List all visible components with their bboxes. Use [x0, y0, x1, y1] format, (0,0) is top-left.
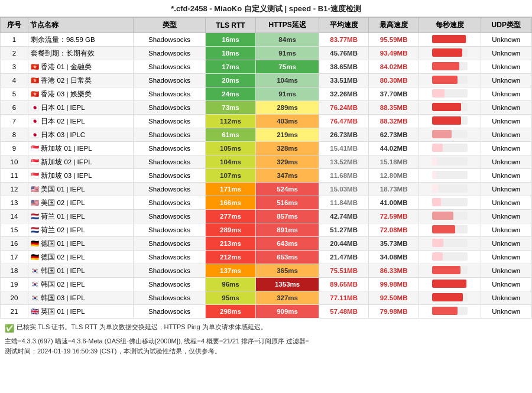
cell-udp: Unknown	[481, 101, 531, 115]
cell-tls: 213ms	[205, 237, 255, 251]
cell-id: 3	[1, 60, 28, 74]
flag-icon: 🇯🇵	[31, 118, 39, 125]
cell-avg-speed: 77.11MB	[319, 291, 368, 305]
cell-avg-speed: 15.03MB	[319, 183, 368, 196]
bar-fill	[432, 266, 460, 274]
cell-type: Shadowsocks	[134, 183, 205, 196]
cell-speed-bar	[419, 305, 481, 319]
cell-tls: 112ms	[205, 115, 255, 128]
cell-https: 365ms	[256, 264, 319, 278]
cell-max-speed: 34.08MB	[369, 251, 419, 264]
cell-node-name: 🇰🇷 韩国 01 | IEPL	[28, 264, 134, 278]
table-row: 12 🇺🇸 美国 01 | IEPL Shadowsocks 171ms 524…	[1, 183, 532, 196]
cell-speed-bar	[419, 223, 481, 237]
cell-type: Shadowsocks	[134, 33, 205, 47]
cell-speed-bar	[419, 60, 481, 74]
bar-container	[432, 252, 468, 261]
cell-udp: Unknown	[481, 196, 531, 210]
footer-time: 测试时间：2024-01-19 16:50:39 (CST)，本测试为试验性结果…	[5, 346, 527, 357]
cell-udp: Unknown	[481, 291, 531, 305]
flag-icon: 🇩🇪	[31, 254, 39, 261]
cell-speed-bar	[419, 101, 481, 115]
cell-udp: Unknown	[481, 155, 531, 169]
col-bar: 每秒速度	[419, 18, 481, 33]
title-text: *.cfd-2458 - MiaoKo 自定义测试 | speed - B1-速…	[171, 4, 361, 13]
bar-fill	[432, 62, 460, 70]
cell-tls: 18ms	[205, 47, 255, 60]
flag-icon: 🇯🇵	[31, 131, 39, 138]
cell-tls: 20ms	[205, 74, 255, 87]
cell-id: 16	[1, 237, 28, 251]
cell-speed-bar	[419, 142, 481, 155]
table-row: 17 🇩🇪 德国 02 | IEPL Shadowsocks 212ms 653…	[1, 251, 532, 264]
flag-icon: 🇳🇱	[31, 226, 39, 233]
cell-https: 91ms	[256, 87, 319, 101]
bar-fill	[432, 130, 452, 138]
cell-id: 2	[1, 47, 28, 60]
cell-speed-bar	[419, 169, 481, 183]
table-body: 1 剩余流量：98.59 GB Shadowsocks 16ms 84ms 83…	[1, 33, 532, 319]
bar-container	[432, 171, 468, 179]
cell-max-speed: 72.08MB	[369, 223, 419, 237]
table-row: 1 剩余流量：98.59 GB Shadowsocks 16ms 84ms 83…	[1, 33, 532, 47]
cell-max-speed: 37.70MB	[369, 87, 419, 101]
bar-container	[432, 116, 468, 125]
cell-max-speed: 86.33MB	[369, 264, 419, 278]
cell-avg-speed: 32.26MB	[319, 87, 368, 101]
cell-type: Shadowsocks	[134, 60, 205, 74]
cell-type: Shadowsocks	[134, 128, 205, 142]
cell-speed-bar	[419, 291, 481, 305]
bar-fill	[432, 280, 467, 288]
cell-speed-bar	[419, 251, 481, 264]
cell-id: 5	[1, 87, 28, 101]
cell-max-speed: 15.18MB	[369, 155, 419, 169]
table-row: 13 🇺🇸 美国 02 | IEPL Shadowsocks 166ms 516…	[1, 196, 532, 210]
bar-container	[432, 157, 468, 165]
cell-udp: Unknown	[481, 74, 531, 87]
cell-type: Shadowsocks	[134, 74, 205, 87]
cell-id: 20	[1, 291, 28, 305]
bar-container	[432, 184, 468, 193]
cell-id: 17	[1, 251, 28, 264]
cell-speed-bar	[419, 47, 481, 60]
footer-check-text: 已核实 TLS 证书。TLS RTT 为单次数据交换延迟，HTTPS Ping …	[17, 322, 267, 333]
bar-fill	[432, 171, 436, 179]
cell-avg-speed: 38.65MB	[319, 60, 368, 74]
cell-tls: 212ms	[205, 251, 255, 264]
cell-node-name: 🇯🇵 日本 03 | IPLC	[28, 128, 134, 142]
cell-type: Shadowsocks	[134, 223, 205, 237]
cell-id: 19	[1, 278, 28, 291]
cell-udp: Unknown	[481, 251, 531, 264]
cell-type: Shadowsocks	[134, 101, 205, 115]
bar-container	[432, 280, 468, 288]
cell-speed-bar	[419, 87, 481, 101]
cell-max-speed: 95.59MB	[369, 33, 419, 47]
cell-node-name: 🇰🇷 韩国 02 | IEPL	[28, 278, 134, 291]
cell-avg-speed: 21.47MB	[319, 251, 368, 264]
cell-avg-speed: 76.47MB	[319, 115, 368, 128]
cell-tls: 137ms	[205, 264, 255, 278]
cell-avg-speed: 57.48MB	[319, 305, 368, 319]
cell-udp: Unknown	[481, 47, 531, 60]
cell-avg-speed: 26.73MB	[319, 128, 368, 142]
cell-https: 891ms	[256, 223, 319, 237]
cell-tls: 17ms	[205, 60, 255, 74]
cell-https: 289ms	[256, 101, 319, 115]
cell-node-name: 🇳🇱 荷兰 01 | IEPL	[28, 210, 134, 223]
cell-tls: 166ms	[205, 196, 255, 210]
cell-tls: 96ms	[205, 278, 255, 291]
bar-container	[432, 103, 468, 111]
flag-icon: 🇯🇵	[31, 104, 39, 111]
flag-icon: 🇭🇰	[31, 77, 39, 84]
bar-fill	[432, 116, 462, 125]
table-row: 4 🇭🇰 香港 02 | 日常类 Shadowsocks 20ms 104ms …	[1, 74, 532, 87]
cell-udp: Unknown	[481, 305, 531, 319]
table-row: 18 🇰🇷 韩国 01 | IEPL Shadowsocks 137ms 365…	[1, 264, 532, 278]
cell-tls: 95ms	[205, 291, 255, 305]
cell-speed-bar	[419, 155, 481, 169]
flag-icon: 🇺🇸	[31, 199, 39, 206]
table-row: 2 套餐到期：长期有效 Shadowsocks 18ms 91ms 45.76M…	[1, 47, 532, 60]
cell-type: Shadowsocks	[134, 278, 205, 291]
cell-type: Shadowsocks	[134, 155, 205, 169]
table-row: 19 🇰🇷 韩国 02 | IEPL Shadowsocks 96ms 1353…	[1, 278, 532, 291]
